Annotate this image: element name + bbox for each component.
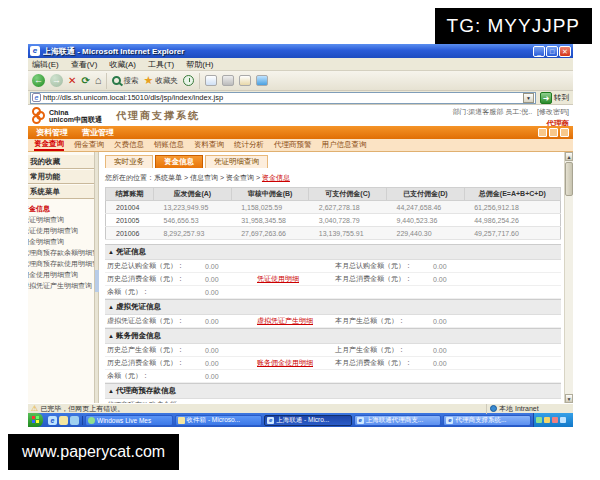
warning-icon: ⚠ [31,404,38,413]
sidebar-item-voucher-detail[interactable]: 凭证明细查询 [28,214,95,225]
submenu-statistics[interactable]: 统计分析 [234,140,264,150]
taskbar: e Windows Live Mes 收件箱 - Microso... e上海联… [28,413,573,427]
sidebar-item-voucher-usage[interactable]: 凭证使用明细查询 [28,225,95,236]
scroll-up-button[interactable]: ▲ [565,152,573,161]
sidebar-item-prepay-usage[interactable]: 代理商预存款使用明细查询 [28,258,95,269]
status-bar: ⚠ 已完毕，但网页上有错误。 本地 Intranet [28,403,573,413]
messenger-icon[interactable] [256,75,268,86]
nav-tab-data[interactable]: 资料管理 [36,127,68,138]
sidebar-item-funds-info[interactable]: 资金信息 [28,203,95,214]
voucher-usage-detail-link[interactable]: 凭证使用明细 [257,274,299,284]
quicklaunch-desktop-icon[interactable] [70,416,79,425]
tray-icon[interactable] [536,417,542,423]
section-virtual-voucher-info: ▲虚拟凭证信息 [105,299,561,315]
nav-home-icon[interactable] [538,128,547,137]
home-button[interactable]: ⌂ [95,74,102,87]
maximize-button[interactable]: □ [546,46,558,57]
system-title: 代理商支撑系统 [116,109,200,123]
table-row: 201005 546,656.53 31,958,345.58 3,040,72… [106,214,561,227]
search-icon [112,76,121,85]
submenu-profile-query[interactable]: 资料查询 [194,140,224,150]
refresh-button[interactable]: ⟳ [81,74,89,87]
col-available: 可支付佣金(C) [309,188,387,201]
submenu-agent-alert[interactable]: 代理商预警 [274,140,312,150]
taskbar-window-live-messenger[interactable]: Windows Live Mes [85,415,173,426]
content-pane: 实时业务 资金信息 凭证明细查询 您所在的位置：系统菜单 > 信息查询 > 资金… [99,152,573,403]
section-row: 历史总消费金额（元）：0.00账务佣金使用明细 本月总消费金额（元）：0.00 [105,357,561,370]
start-button[interactable] [28,413,43,427]
favorites-button[interactable]: ★ 收藏夹 [143,74,177,87]
nav-exit-icon[interactable] [560,128,569,137]
back-button[interactable]: ← [32,74,45,87]
commission-usage-detail-link[interactable]: 账务佣金使用明细 [257,358,313,368]
back-icon: ← [32,74,45,87]
section-row: 历史总产生金额（元）：0.00 上月产生金额（元）：0.00 [105,344,561,357]
history-button[interactable] [183,75,194,86]
go-label: 转到 [554,93,569,103]
close-button[interactable]: ✕ [559,46,571,57]
taskbar-window-inbox[interactable]: 收件箱 - Microso... [175,415,263,426]
menu-tools[interactable]: 工具(T) [148,59,174,70]
taskbar-window-agent-system[interactable]: e代理商支撑系统... [443,415,531,426]
menu-bar: 编辑(E) 查看(V) 收藏(A) 工具(T) 帮助(H) [28,58,573,71]
ie-icon: e [446,417,453,424]
nav-tab-business[interactable]: 营业管理 [82,127,114,138]
menu-view[interactable]: 查看(V) [71,59,98,70]
sidebar-item-commission-detail[interactable]: 佣金明细查询 [28,236,95,247]
menu-help[interactable]: 帮助(H) [186,59,213,70]
change-password-link[interactable]: [修改密码] [537,108,569,115]
sidebar-item-virtual-voucher[interactable]: 虚拟凭证产生明细查询 [28,280,95,291]
sidebar-section-common[interactable]: 常用功能 [28,170,95,184]
virtual-voucher-detail-link[interactable]: 虚拟凭证产生明细 [257,316,313,326]
tray-icon[interactable] [552,417,558,423]
go-button[interactable]: ➜ 转到 [538,92,571,104]
address-dropdown-button[interactable]: ▼ [523,93,534,103]
watermark-tg: TG: MYYJJPP [435,8,592,44]
vertical-scrollbar[interactable]: ▲ ▼ [564,152,573,403]
search-button[interactable]: 搜索 [112,76,138,86]
logo-line1: China [49,109,102,116]
tab-voucher-detail-query[interactable]: 凭证明细查询 [205,155,268,168]
section-row: 历史总消费金额（元）：0.00凭证使用明细 本月总消费金额（元）：0.00 [105,273,561,286]
sidebar-section-favorites[interactable]: 我的收藏 [28,155,95,169]
minimize-button[interactable]: _ [533,46,545,57]
submenu-writeoff-info[interactable]: 销账信息 [154,140,184,150]
section-voucher-info: ▲凭证信息 [105,244,561,260]
ie-icon: e [267,417,274,424]
taskbar-window-shanghai-unicom[interactable]: e上海联通 - Micro... [264,415,352,426]
submenu-arrears-info[interactable]: 欠费信息 [114,140,144,150]
submenu-commission-query[interactable]: 佣金查询 [74,140,104,150]
scroll-down-button[interactable]: ▼ [565,394,573,403]
sidebar-section-system-menu[interactable]: 系统菜单 [28,185,95,199]
breadcrumb-path: 系统菜单 > 信息查询 > 资金查询 > [154,174,262,181]
sidebar: 我的收藏 常用功能 系统菜单 资金信息 凭证明细查询 凭证使用明细查询 佣金明细… [28,152,95,403]
quicklaunch-ie-icon[interactable]: e [48,416,57,425]
scroll-thumb[interactable] [565,162,573,196]
breadcrumb-prefix: 您所在的位置： [105,174,154,181]
breadcrumb-current[interactable]: 资金信息 [262,174,290,181]
submenu-funds-query[interactable]: 资金查询 [34,139,64,151]
stop-button[interactable]: ✕ [68,74,76,87]
taskbar-window-agent-support[interactable]: e上海联通代理商支... [354,415,442,426]
submenu-user-info-query[interactable]: 用户信息查询 [322,140,367,150]
intranet-zone-icon [490,405,497,412]
tab-funds-info[interactable]: 资金信息 [155,155,203,168]
tab-realtime-business[interactable]: 实时业务 [105,155,153,168]
edit-icon[interactable] [239,75,251,86]
menu-edit[interactable]: 编辑(E) [32,59,59,70]
print-icon[interactable] [222,75,234,86]
section-prepayment-info: ▲代理商预存款信息 [105,383,561,399]
menu-favorites[interactable]: 收藏(A) [109,59,136,70]
favorites-label: 收藏夹 [155,76,178,86]
sidebar-item-prepay-balance[interactable]: 代理商预存款余额明细查询 [28,247,95,258]
address-input[interactable] [43,93,523,102]
nav-help-icon[interactable] [549,128,558,137]
window-title: 上海联通 - Microsoft Internet Explorer [43,46,533,57]
quicklaunch-mail-icon[interactable] [59,416,68,425]
mail-icon[interactable] [205,75,217,86]
tray-icon[interactable] [544,417,550,423]
forward-button[interactable]: → [50,74,63,87]
sidebar-item-commission-usage[interactable]: 佣金使用明细查询 [28,269,95,280]
tray-icon[interactable] [560,417,566,423]
address-bar: e ▼ ➜ 转到 [28,91,573,105]
